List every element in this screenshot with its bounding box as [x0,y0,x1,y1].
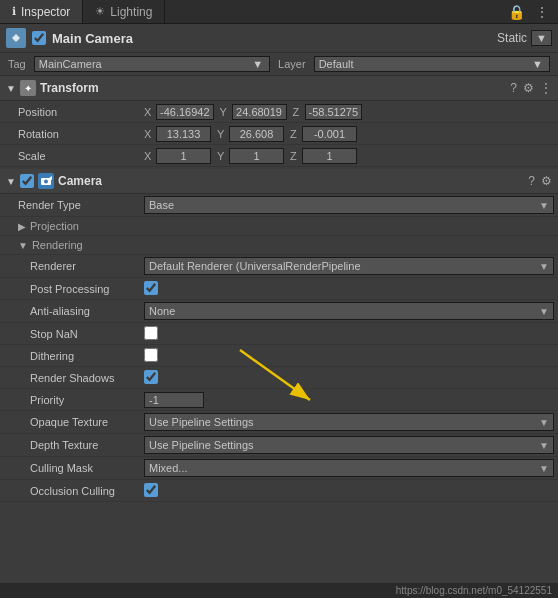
pos-x-value[interactable]: -46.16942 [156,104,214,120]
anti-aliasing-label: Anti-aliasing [0,303,140,319]
render-shadows-checkbox[interactable] [144,370,158,384]
gameobject-header: Main Camera Static ▼ [0,24,558,53]
post-processing-value-cell [140,279,558,299]
camera-collapse-arrow: ▼ [6,176,16,187]
opaque-texture-row: Opaque Texture Use Pipeline Settings ▼ [0,411,558,434]
tag-value: MainCamera [39,58,102,70]
culling-mask-value-cell: Mixed... ▼ [140,457,558,479]
culling-mask-label: Culling Mask [0,460,140,476]
stop-nan-checkbox[interactable] [144,326,158,340]
render-type-dropdown[interactable]: Base ▼ [144,196,554,214]
depth-texture-value-cell: Use Pipeline Settings ▼ [140,434,558,456]
transform-settings-icon[interactable]: ⚙ [523,81,534,95]
transform-title: Transform [40,81,506,95]
scale-x-value[interactable]: 1 [156,148,211,164]
depth-texture-label: Depth Texture [0,437,140,453]
svg-point-2 [44,180,48,184]
camera-active-checkbox[interactable] [20,174,34,188]
pos-z-value[interactable]: -58.51275 [305,104,363,120]
renderer-value: Default Renderer (UniversalRenderPipelin… [149,260,361,272]
transform-actions: ? ⚙ ⋮ [510,81,552,95]
position-values: X -46.16942 Y 24.68019 Z -58.51275 [140,102,558,122]
rot-z-axis: Z [290,128,300,140]
tag-label: Tag [8,58,26,70]
pos-y-value[interactable]: 24.68019 [232,104,287,120]
camera-component-header[interactable]: ▼ Camera ? ⚙ [0,169,558,194]
watermark: https://blog.csdn.net/m0_54122551 [0,583,558,598]
scale-y-value[interactable]: 1 [229,148,284,164]
renderer-dropdown[interactable]: Default Renderer (UniversalRenderPipelin… [144,257,554,275]
anti-aliasing-dropdown[interactable]: None ▼ [144,302,554,320]
render-type-value-cell: Base ▼ [140,194,558,216]
opaque-texture-dropdown[interactable]: Use Pipeline Settings ▼ [144,413,554,431]
gameobject-name: Main Camera [52,31,491,46]
scale-row: Scale X 1 Y 1 Z 1 [0,145,558,167]
gameobject-icon [6,28,26,48]
post-processing-checkbox[interactable] [144,281,158,295]
layer-dropdown[interactable]: Default ▼ [314,56,550,72]
tag-dropdown[interactable]: MainCamera ▼ [34,56,270,72]
priority-value-cell [140,390,558,410]
camera-actions: ? ⚙ [528,174,552,188]
renderer-label: Renderer [0,258,140,274]
rotation-values: X 13.133 Y 26.608 Z -0.001 [140,124,558,144]
opaque-texture-value: Use Pipeline Settings [149,416,254,428]
priority-input[interactable] [144,392,204,408]
post-processing-row: Post Processing [0,278,558,300]
more-options-icon[interactable]: ⋮ [532,4,552,20]
tag-dropdown-arrow: ▼ [252,58,263,70]
position-label: Position [0,104,140,120]
layer-dropdown-arrow: ▼ [532,58,543,70]
rendering-label: Rendering [32,239,83,251]
culling-mask-dropdown[interactable]: Mixed... ▼ [144,459,554,477]
rot-z-value[interactable]: -0.001 [302,126,357,142]
render-type-dropdown-arrow: ▼ [539,200,549,211]
rendering-section[interactable]: ▼ Rendering [0,236,558,255]
transform-component-header[interactable]: ▼ ✦ Transform ? ⚙ ⋮ [0,76,558,101]
opaque-texture-value-cell: Use Pipeline Settings ▼ [140,411,558,433]
scale-label: Scale [0,148,140,164]
static-dropdown[interactable]: ▼ [531,30,552,46]
projection-section[interactable]: ▶ Projection [0,217,558,236]
dithering-value-cell [140,346,558,366]
occlusion-culling-checkbox[interactable] [144,483,158,497]
rotation-label: Rotation [0,126,140,142]
renderer-value-cell: Default Renderer (UniversalRenderPipelin… [140,255,558,277]
dithering-checkbox[interactable] [144,348,158,362]
gameobject-active-checkbox[interactable] [32,31,46,45]
render-type-value: Base [149,199,174,211]
layer-value: Default [319,58,354,70]
render-type-row: Render Type Base ▼ [0,194,558,217]
priority-label: Priority [0,392,140,408]
position-row: Position X -46.16942 Y 24.68019 Z -58.51… [0,101,558,123]
transform-more-icon[interactable]: ⋮ [540,81,552,95]
tab-inspector[interactable]: ℹ Inspector [0,0,83,23]
rot-y-value[interactable]: 26.608 [229,126,284,142]
rotation-row: Rotation X 13.133 Y 26.608 Z -0.001 [0,123,558,145]
anti-aliasing-value: None [149,305,175,317]
transform-properties: Position X -46.16942 Y 24.68019 Z -58.51… [0,101,558,167]
anti-aliasing-row: Anti-aliasing None ▼ [0,300,558,323]
scale-values: X 1 Y 1 Z 1 [140,146,558,166]
culling-mask-value: Mixed... [149,462,188,474]
occlusion-culling-row: Occlusion Culling [0,480,558,502]
scale-z-value[interactable]: 1 [302,148,357,164]
dithering-label: Dithering [0,348,140,364]
static-row: Static ▼ [497,30,552,46]
rendering-arrow: ▼ [18,240,28,251]
pos-z-axis: Z [293,106,303,118]
pos-y-axis: Y [220,106,230,118]
tab-bar: ℹ Inspector ☀ Lighting 🔒 ⋮ [0,0,558,24]
depth-texture-dropdown[interactable]: Use Pipeline Settings ▼ [144,436,554,454]
tab-lighting[interactable]: ☀ Lighting [83,0,165,23]
camera-settings-icon[interactable]: ⚙ [541,174,552,188]
camera-help-icon[interactable]: ? [528,174,535,188]
static-dropdown-arrow: ▼ [536,32,547,44]
culling-mask-row: Culling Mask Mixed... ▼ [0,457,558,480]
transform-help-icon[interactable]: ? [510,81,517,95]
rot-x-value[interactable]: 13.133 [156,126,211,142]
camera-component-icon [38,173,54,189]
camera-title: Camera [58,174,524,188]
layer-label: Layer [278,58,306,70]
lock-icon[interactable]: 🔒 [505,4,528,20]
